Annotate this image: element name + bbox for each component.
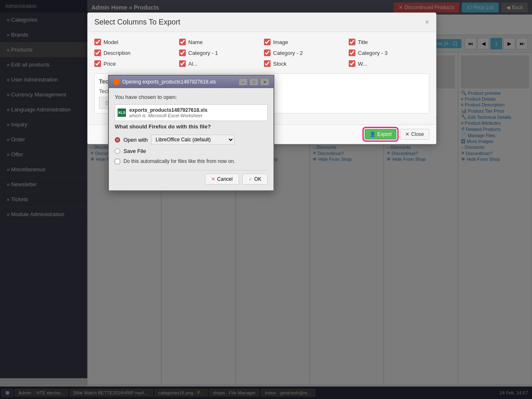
ff-footer: ✕ Cancel ✓ OK — [115, 170, 268, 185]
firefox-dialog-body: You have chosen to open: XLS exports_pro… — [109, 88, 273, 190]
checkbox-description-label: Description — [103, 50, 131, 56]
firefox-minimize-button[interactable]: – — [239, 78, 248, 86]
checkbox-cat1-label: Category - 1 — [188, 50, 218, 56]
firefox-close-button[interactable]: ✕ — [260, 78, 269, 86]
checkbox-price-input[interactable] — [94, 60, 101, 67]
firefox-dialog: Opening exports_products1487927618.xls –… — [108, 75, 274, 191]
checkbox-title-label: Title — [358, 39, 368, 45]
checkbox-cat2-input[interactable] — [264, 49, 271, 56]
checkbox-description-input[interactable] — [94, 49, 101, 56]
checkbox-w-input[interactable] — [349, 60, 355, 67]
ff-file-info: exports_products1487927618.xls which is:… — [129, 107, 207, 118]
ok-icon: ✓ — [249, 176, 253, 182]
checkbox-w[interactable]: W... — [349, 60, 429, 67]
checkbox-cat1[interactable]: Category - 1 — [179, 49, 260, 56]
firefox-controls: – □ ✕ — [239, 78, 269, 86]
checkbox-cat2-label: Category - 2 — [273, 50, 303, 56]
ff-open-with-radio[interactable] — [115, 137, 120, 143]
checkbox-model-input[interactable] — [94, 39, 101, 45]
xls-icon: XLS — [118, 108, 126, 117]
checkbox-cat2[interactable]: Category - 2 — [264, 49, 345, 56]
dialog-header: Select Columns To Export × — [88, 13, 436, 32]
checkbox-cat3-label: Category - 3 — [358, 50, 388, 56]
checkbox-cat3-input[interactable] — [349, 49, 355, 56]
checkbox-price-label: Price — [103, 61, 116, 67]
ff-save-file-radio[interactable] — [115, 148, 120, 154]
firefox-dialog-header: Opening exports_products1487927618.xls –… — [109, 76, 273, 88]
checkbox-name[interactable]: Name — [179, 39, 260, 45]
export-icon: 👤 — [369, 131, 376, 137]
ff-save-file-label: Save File — [123, 148, 146, 154]
checkbox-al-label: Al... — [188, 61, 197, 67]
ff-app-select[interactable]: LibreOffice Calc (default) — [151, 135, 234, 145]
checkbox-model-label: Model — [103, 39, 118, 45]
checkbox-title-input[interactable] — [349, 39, 355, 45]
ff-open-with-label: Open with — [123, 137, 148, 143]
ff-filename: exports_products1487927618.xls — [129, 107, 207, 113]
column-checkboxes: Model Name Image Title Description Categ… — [94, 39, 429, 67]
checkbox-stock-label: Stock — [273, 61, 287, 67]
export-button[interactable]: 👤 Export — [365, 129, 397, 140]
ff-file-row: XLS exports_products1487927618.xls which… — [115, 104, 268, 121]
firefox-dialog-title: Opening exports_products1487927618.xls — [122, 79, 216, 85]
checkbox-cat3[interactable]: Category - 3 — [349, 49, 429, 56]
checkbox-w-label: W... — [358, 61, 367, 67]
checkbox-image-label: Image — [273, 39, 288, 45]
checkbox-title[interactable]: Title — [349, 39, 429, 45]
checkbox-cat1-input[interactable] — [179, 49, 186, 56]
ff-radio-group: Open with LibreOffice Calc (default) Sav… — [115, 135, 268, 154]
checkbox-image-input[interactable] — [264, 39, 271, 45]
checkbox-price[interactable]: Price — [94, 60, 175, 67]
ff-open-with-option[interactable]: Open with LibreOffice Calc (default) — [115, 135, 268, 145]
ff-auto-label: Do this automatically for files like thi… — [123, 158, 235, 164]
ff-subtitle: You have chosen to open: — [115, 94, 268, 100]
cancel-icon: ✕ — [211, 176, 215, 182]
checkbox-name-label: Name — [188, 39, 203, 45]
close-export-button[interactable]: ✕ Close — [400, 129, 429, 140]
checkbox-stock[interactable]: Stock — [264, 60, 345, 67]
ff-save-file-option[interactable]: Save File — [115, 148, 268, 154]
dialog-title: Select Columns To Export — [94, 18, 180, 27]
ff-filetype: which is: Microsoft Excel Worksheet — [129, 113, 207, 118]
checkbox-al-input[interactable] — [179, 60, 186, 67]
checkbox-al[interactable]: Al... — [179, 60, 260, 67]
ff-ok-button[interactable]: ✓ OK — [242, 174, 268, 185]
checkbox-image[interactable]: Image — [264, 39, 345, 45]
checkbox-stock-input[interactable] — [264, 60, 271, 67]
ff-auto-checkbox[interactable] — [115, 159, 120, 164]
close-icon: ✕ — [405, 131, 409, 137]
ff-question: What should Firefox do with this file? — [115, 123, 268, 130]
dialog-close-button[interactable]: × — [425, 18, 429, 27]
checkbox-description[interactable]: Description — [94, 49, 175, 56]
ff-cancel-button[interactable]: ✕ Cancel — [205, 174, 239, 185]
checkbox-model[interactable]: Model — [94, 39, 175, 45]
firefox-maximize-button[interactable]: □ — [249, 78, 259, 86]
ff-auto-row[interactable]: Do this automatically for files like thi… — [115, 158, 268, 164]
firefox-title-area: Opening exports_products1487927618.xls — [113, 79, 216, 85]
firefox-icon — [113, 79, 120, 85]
checkbox-name-input[interactable] — [179, 39, 186, 45]
